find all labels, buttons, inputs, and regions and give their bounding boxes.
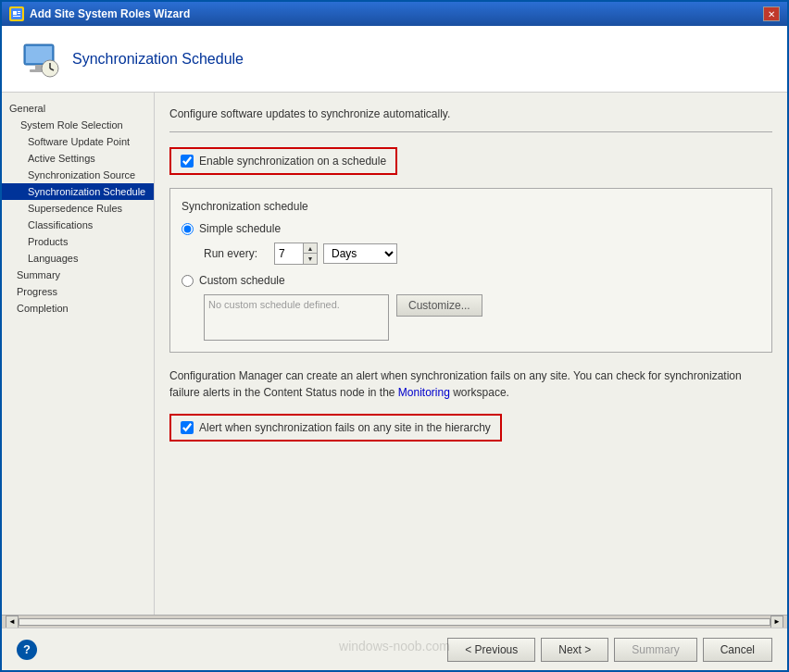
spin-up-button[interactable]: ▲ xyxy=(304,243,317,254)
footer-left: ? xyxy=(17,640,37,660)
simple-schedule-label[interactable]: Simple schedule xyxy=(199,222,281,235)
run-every-field: ▲ ▼ xyxy=(274,243,318,265)
svg-rect-1 xyxy=(13,11,17,15)
scroll-left-button[interactable]: ◄ xyxy=(6,616,19,628)
content-description: Configure software updates to synchroniz… xyxy=(169,107,772,120)
schedule-panel-title: Synchronization schedule xyxy=(182,200,760,213)
sidebar-item-active-settings[interactable]: Active Settings xyxy=(2,150,154,167)
unit-select[interactable]: Days Hours Weeks xyxy=(323,243,397,264)
window-icon xyxy=(9,6,24,21)
alert-description: Configuration Manager can create an aler… xyxy=(169,367,772,401)
previous-button[interactable]: < Previous xyxy=(447,638,535,662)
run-every-input[interactable] xyxy=(275,243,303,264)
sidebar-item-system-role-selection[interactable]: System Role Selection xyxy=(2,117,154,133)
scroll-right-button[interactable]: ► xyxy=(770,616,783,628)
footer-right: < Previous Next > Summary Cancel xyxy=(447,638,772,662)
svg-rect-3 xyxy=(18,13,20,14)
help-button[interactable]: ? xyxy=(17,640,37,660)
custom-schedule-row: Custom schedule xyxy=(182,274,760,287)
monitoring-link[interactable]: Monitoring xyxy=(398,386,450,399)
alert-checkbox[interactable] xyxy=(181,421,194,434)
sidebar-item-summary[interactable]: Summary xyxy=(2,267,154,283)
main-content: Configure software updates to synchroniz… xyxy=(155,93,787,615)
horizontal-scrollbar: ◄ ► xyxy=(2,615,787,628)
wizard-body: General System Role Selection Software U… xyxy=(2,93,787,615)
title-bar: Add Site System Roles Wizard ✕ xyxy=(2,2,787,26)
simple-schedule-radio[interactable] xyxy=(182,223,194,235)
customize-button[interactable]: Customize... xyxy=(396,294,482,317)
run-every-row: Run every: ▲ ▼ Days Hours Weeks xyxy=(204,243,760,265)
enable-sync-checkbox[interactable] xyxy=(181,155,194,168)
enable-sync-label[interactable]: Enable synchronization on a schedule xyxy=(199,155,386,168)
sidebar-item-languages[interactable]: Languages xyxy=(2,250,154,267)
next-button[interactable]: Next > xyxy=(541,638,608,662)
sidebar-item-supersedence-rules[interactable]: Supersedence Rules xyxy=(2,200,154,217)
sidebar-item-synchronization-source[interactable]: Synchronization Source xyxy=(2,167,154,183)
sidebar-item-software-update-point[interactable]: Software Update Point xyxy=(2,133,154,150)
sidebar-item-completion[interactable]: Completion xyxy=(2,300,154,317)
wizard-window: Add Site System Roles Wizard ✕ Synchroni… xyxy=(0,0,789,672)
divider xyxy=(169,131,772,132)
wizard-header-title: Synchronization Schedule xyxy=(72,51,244,68)
run-every-spinners: ▲ ▼ xyxy=(303,243,317,264)
spin-down-button[interactable]: ▼ xyxy=(304,254,317,264)
sidebar: General System Role Selection Software U… xyxy=(2,93,155,615)
sidebar-item-synchronization-schedule[interactable]: Synchronization Schedule xyxy=(2,183,154,200)
wizard-header: Synchronization Schedule xyxy=(2,26,787,93)
sidebar-item-progress[interactable]: Progress xyxy=(2,283,154,300)
custom-schedule-radio[interactable] xyxy=(182,275,194,287)
title-bar-left: Add Site System Roles Wizard xyxy=(9,6,190,21)
wizard-footer: ? < Previous Next > Summary Cancel xyxy=(2,628,787,670)
enable-sync-highlight-box: Enable synchronization on a schedule xyxy=(169,147,397,175)
svg-rect-2 xyxy=(18,11,20,12)
schedule-panel: Synchronization schedule Simple schedule… xyxy=(169,188,772,353)
run-every-label: Run every: xyxy=(204,247,269,260)
window-title: Add Site System Roles Wizard xyxy=(30,7,190,20)
header-icon xyxy=(17,37,61,81)
sidebar-item-products[interactable]: Products xyxy=(2,233,154,250)
custom-schedule-area: No custom schedule defined. Customize... xyxy=(204,294,760,341)
close-button[interactable]: ✕ xyxy=(763,6,780,21)
scroll-track[interactable] xyxy=(19,618,770,626)
sidebar-group-general: General xyxy=(2,100,154,117)
alert-checkbox-label[interactable]: Alert when synchronization fails on any … xyxy=(199,421,491,434)
cancel-button[interactable]: Cancel xyxy=(703,638,772,662)
custom-schedule-label[interactable]: Custom schedule xyxy=(199,274,285,287)
alert-text: Configuration Manager can create an aler… xyxy=(169,369,742,399)
sidebar-item-classifications[interactable]: Classifications xyxy=(2,217,154,233)
svg-rect-4 xyxy=(13,16,20,17)
alert-highlight-box: Alert when synchronization fails on any … xyxy=(169,414,502,442)
custom-schedule-textarea: No custom schedule defined. xyxy=(204,294,389,341)
simple-schedule-row: Simple schedule xyxy=(182,222,760,235)
summary-button[interactable]: Summary xyxy=(614,638,696,662)
